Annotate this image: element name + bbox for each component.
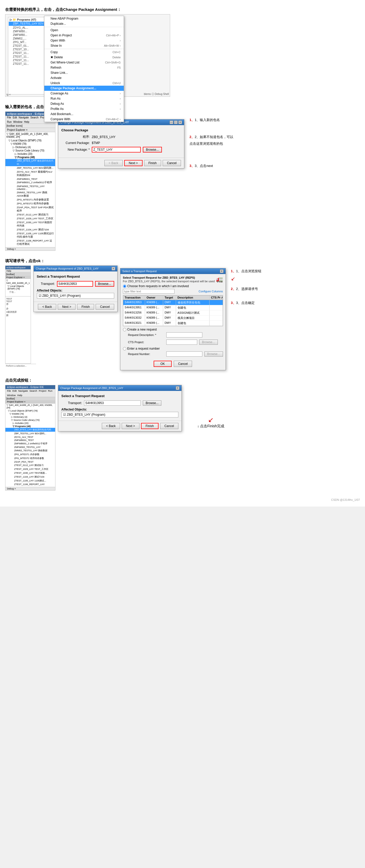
menu-help[interactable]: Help: [24, 121, 29, 123]
menu-item-share-link[interactable]: Share Link...: [44, 70, 124, 75]
close-btn[interactable]: ✕: [178, 121, 182, 124]
back-button[interactable]: < Back: [104, 160, 123, 166]
zbp-test01: ZBP_TEST01_LHY BDV源码测...: [5, 166, 55, 170]
maximize-btn[interactable]: □: [174, 121, 177, 124]
req-num-browse-btn[interactable]: Browse...: [204, 351, 223, 356]
zpg2-3: ZPG_MTEST2 程序内存参数: [5, 457, 55, 460]
zmfw3: ZMFWB001_TEST: [5, 439, 55, 442]
filter-input[interactable]: [123, 289, 174, 293]
section3: 填写请求号，点击ok： eclipse-workspace Help [tool…: [5, 258, 360, 370]
inner-cancel-btn[interactable]: Cancel: [174, 361, 192, 367]
req-num-input[interactable]: [166, 351, 202, 356]
table-row-1[interactable]: S4HK913953 KN089 (... DMY 修改程序所在包包: [123, 300, 223, 305]
zmfw002-3: ZMFW002_TEST01_LHY: [5, 445, 55, 449]
zmm02-3: ZMM02_TEST01_LHY 跑收数据: [5, 449, 55, 453]
minimize-btn[interactable]: —: [170, 121, 173, 124]
menu-edit[interactable]: Edit: [13, 116, 17, 119]
final-dialog-footer: < Back Next > Finish Cancel: [58, 421, 181, 431]
table-header: Transaction Owner Target Description CTS…: [123, 296, 223, 300]
menu-item-duplicate[interactable]: Duplicate...: [44, 21, 124, 26]
final-transport-input[interactable]: [84, 400, 141, 406]
new-package-row: New Package: * Browse...: [61, 147, 181, 153]
ztest30-3: ZTEST_1030_LHY TEST画面...: [5, 471, 55, 475]
menu-run[interactable]: Run: [7, 121, 11, 123]
table-row-5[interactable]: S4HK913021 KN089 (... DMY 创建包: [123, 321, 223, 326]
menu-item-change-package[interactable]: Change Package Assignment...: [44, 86, 124, 91]
affected-item: ☑ ZBD_BTES_LHY (Program): [37, 293, 114, 299]
toolbar2: [toolbar]: [5, 273, 31, 276]
final-close-btn[interactable]: ✕: [176, 386, 179, 390]
menu-item-coverage-as[interactable]: Coverage As ›: [44, 91, 124, 96]
menu-item-compare-with[interactable]: Compare With Ctrl+Alt+C ›: [44, 117, 124, 122]
table-row-2[interactable]: S4HK913951 KN089 (... DMY 创建包: [123, 305, 223, 310]
outer-cancel-btn[interactable]: Cancel: [96, 304, 114, 310]
zmfw002: ZMFW002_TEST01_LHY mfw002...: [5, 185, 55, 191]
outer-next-btn[interactable]: Next >: [58, 304, 75, 310]
menu-item-unlock[interactable]: Unlock Ctrl+U: [44, 81, 124, 86]
final-transport-row: Transport: Browse...: [61, 400, 178, 406]
menu-item-refresh[interactable]: Refresh F5: [44, 65, 124, 70]
kn089-3: ▽ KN089 (78): [5, 412, 55, 415]
next-button[interactable]: Next >: [124, 160, 142, 166]
menu-file[interactable]: File: [7, 116, 11, 119]
section4: 点击完成按钮： eclipse-workspace - Eclipse IDE …: [5, 378, 360, 491]
small-notes: TEST TEST 序 步 1级浏览辞 跟: [5, 296, 31, 318]
new-package-input[interactable]: [92, 147, 141, 153]
cts-project-input[interactable]: [166, 340, 197, 345]
perform-selection: Perform a selection...: [5, 364, 36, 368]
local-objects: ▽ Local Objects ($TMP) (78): [5, 139, 55, 142]
menu-item-open-with[interactable]: Open With ›: [44, 38, 124, 43]
dialog-subtitle: Choose Package: [61, 128, 181, 132]
outer-finish-btn[interactable]: Finish: [77, 304, 94, 310]
final-back-btn[interactable]: < Back: [102, 423, 120, 429]
menu-window[interactable]: Window: [13, 121, 23, 123]
zbd-btes-lhy[interactable]: ZBD_BTES_LHY 修改源码包名代码: [5, 159, 55, 166]
radio-choose-involved[interactable]: Choose from requests in which I am invol…: [123, 284, 223, 288]
outer-dialog-subtitle: Select a Transport Request: [37, 275, 114, 278]
inner-close-btn[interactable]: ✕: [220, 269, 224, 273]
transport-table: Transaction Owner Target Description CTS…: [123, 295, 223, 326]
menu-item-open-project[interactable]: Open in Project Ctrl+Alt+P ›: [44, 33, 124, 38]
cts-browse-btn[interactable]: Browse...: [199, 340, 218, 345]
zsap-pda: ZSAP_PDA_TEST SAP PDA测试程序: [5, 206, 55, 213]
menu-item-activate[interactable]: Activate: [44, 75, 124, 81]
menu-item-profile-as[interactable]: Profile As ›: [44, 106, 124, 112]
transport-input[interactable]: [57, 281, 93, 287]
menu-item-delete[interactable]: ✖ Delete Delete: [44, 55, 124, 60]
menu-item-open[interactable]: Open: [44, 28, 124, 33]
transport-browse-btn[interactable]: Browse...: [95, 281, 114, 287]
final-browse-btn[interactable]: Browse...: [143, 400, 161, 406]
menu-item-copy[interactable]: Copy Ctrl+C: [44, 50, 124, 55]
radio-enter-number[interactable]: Enter a request number: [123, 347, 223, 350]
menu-search[interactable]: Search: [30, 116, 39, 119]
final-finish-btn[interactable]: Finish: [141, 423, 159, 429]
transport-row: Transport: Browse...: [37, 281, 114, 287]
section2: 输入需要的包名，点击确定： eclipse-workspace - Eclips…: [5, 104, 360, 251]
annotation3: 3、3、点击next: [190, 162, 235, 169]
menu-item-debug-as[interactable]: Debug As ›: [44, 101, 124, 106]
menu-item-show-in[interactable]: Show In Alt+Shift+W ›: [44, 43, 124, 48]
menu-item-run-as[interactable]: Run As ›: [44, 96, 124, 101]
cancel-button[interactable]: Cancel: [163, 160, 181, 166]
final-next-btn[interactable]: Next >: [122, 423, 139, 429]
program-value: ZBD_BTES_LHY: [92, 135, 115, 139]
final-cancel-btn[interactable]: Cancel: [160, 423, 178, 429]
menu-navigate[interactable]: Navigate: [19, 116, 29, 119]
req-desc-input[interactable]: [166, 332, 202, 338]
radio-create-new[interactable]: Create a new request: [123, 328, 223, 331]
zpg-3: ZPG_MTEST1 内存参数: [5, 453, 55, 457]
table-row-4[interactable]: S4HK913032 KN089 (... DMY 模具分摊项目: [123, 316, 223, 321]
menu-item-new-abap[interactable]: New ABAP Program: [44, 16, 124, 21]
table-row-3[interactable]: S4HK913256 KN089 (... DMY ASSIGN组计测试: [123, 310, 223, 316]
truck-icon: 🚛: [216, 276, 223, 283]
menu-item-add-bookmark[interactable]: Add Bookmark...: [44, 112, 124, 117]
ok-button[interactable]: OK: [154, 361, 172, 367]
configure-columns-link[interactable]: Configure Columns: [198, 290, 223, 293]
finish-button[interactable]: Finish: [144, 160, 161, 166]
outer-back-btn[interactable]: < Back: [38, 304, 56, 310]
outer-close-btn[interactable]: ✕: [111, 267, 115, 271]
final-transport-dialog: Change Package Assignment of ZBD_BTES_LH…: [58, 385, 182, 431]
browse-button[interactable]: Browse...: [143, 147, 162, 153]
inner-dialog-title: Select a Transport Request ✕: [121, 268, 226, 274]
menu-item-get-where-used[interactable]: Get Where-Used List Ctrl+Shift+G: [44, 60, 124, 65]
